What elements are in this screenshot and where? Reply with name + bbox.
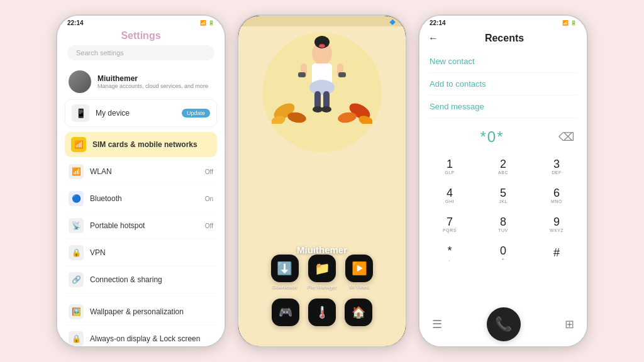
keypad: 1 GLP 2 ABC 3 DEF	[419, 151, 587, 304]
wallpaper-label: Wallpaper & personalization	[90, 307, 213, 316]
svg-rect-8	[298, 72, 306, 77]
sim-label: SIM cards & mobile networks	[92, 140, 197, 149]
search-bar[interactable]: Search settings	[67, 45, 214, 60]
wallpaper-row[interactable]: 🖼️ Wallpaper & personalization	[65, 299, 217, 326]
keypad-row-3: 7 PQRS 8 TUV 9 WXYZ	[430, 211, 577, 238]
key-hash[interactable]: #	[536, 240, 577, 266]
weather-icon: 🌡️	[308, 299, 336, 326]
bluetooth-value: On	[205, 195, 213, 202]
bluetooth-row[interactable]: 🔵 Bluetooth On	[65, 185, 217, 212]
recents-header: ← Recents	[419, 28, 587, 48]
phones-container: 22:14 📶 🔋 Settings Search settings Miuit…	[43, 2, 601, 360]
delete-icon[interactable]: ⌫	[558, 130, 574, 144]
key-7[interactable]: 7 PQRS	[430, 211, 470, 238]
keypad-bottom: ☰ 📞 ⊞	[419, 304, 587, 346]
sim-row[interactable]: 📶 SIM cards & mobile networks	[65, 132, 217, 157]
hotspot-value: Off	[205, 222, 213, 229]
aod-label: Always-on display & Lock screen	[90, 334, 213, 343]
phone-home: 🔷	[237, 14, 407, 348]
recents-actions: New contact Add to contacts Send message	[419, 48, 587, 121]
key-8[interactable]: 8 TUV	[483, 211, 523, 238]
app-item-weather[interactable]: 🌡️	[308, 299, 336, 326]
new-contact-action[interactable]: New contact	[430, 50, 577, 73]
settings-screen: Settings Search settings Miuithemer Mana…	[57, 28, 225, 346]
downloads-icon: ⬇️	[271, 255, 299, 282]
home-status-bar: 🔷	[238, 16, 406, 26]
avatar	[69, 70, 91, 93]
wallpaper-icon: 🖼️	[69, 304, 84, 319]
key-6[interactable]: 6 MNO	[536, 182, 577, 209]
svg-point-2	[318, 36, 326, 45]
downloads-label: Downloads	[272, 284, 297, 290]
device-label: My device	[96, 109, 175, 118]
key-4[interactable]: 4 GHI	[430, 182, 470, 209]
vpn-row[interactable]: 🔒 VPN	[65, 239, 217, 266]
character-area	[297, 36, 347, 118]
add-contact-action[interactable]: Add to contacts	[430, 73, 577, 96]
device-icon: 📱	[72, 104, 89, 122]
home-screen: Miuithemer ⬇️ Downloads 📁 File Manager ▶…	[238, 26, 406, 346]
account-row[interactable]: Miuithemer Manage accounts, cloud servic…	[65, 65, 217, 98]
wlan-icon: 📶	[69, 164, 84, 179]
key-2[interactable]: 2 ABC	[483, 153, 523, 180]
status-icons-1: 📶 🔋	[200, 20, 214, 26]
hotspot-label: Portable hotspot	[90, 221, 199, 230]
key-3[interactable]: 3 DEF	[536, 153, 577, 180]
leaves-right	[322, 86, 372, 124]
app-item-downloads[interactable]: ⬇️ Downloads	[271, 255, 299, 290]
video-label: Mi Video	[350, 284, 369, 290]
key-5[interactable]: 5 JKL	[483, 182, 523, 209]
signal-icon: 📶	[200, 20, 206, 26]
video-icon: ▶️	[345, 255, 373, 282]
connection-row[interactable]: 🔗 Connection & sharing	[65, 266, 217, 293]
keypad-toggle-icon[interactable]: ⊞	[565, 317, 574, 331]
status-bar-1: 22:14 📶 🔋	[57, 16, 225, 28]
vpn-icon: 🔒	[69, 245, 84, 260]
back-button[interactable]: ←	[428, 33, 438, 44]
hotspot-row[interactable]: 📡 Portable hotspot Off	[65, 212, 217, 239]
keypad-row-4: * , 0 + #	[430, 240, 577, 266]
aod-row[interactable]: 🔒 Always-on display & Lock screen	[65, 326, 217, 346]
phone-settings: 22:14 📶 🔋 Settings Search settings Miuit…	[56, 14, 226, 348]
key-0[interactable]: 0 +	[483, 240, 523, 266]
battery-icon-3: 🔋	[570, 20, 577, 26]
phone-recents: 22:14 📶 🔋 ← Recents New contact Add to c…	[418, 14, 588, 348]
svg-point-3	[319, 44, 325, 48]
account-name: Miuithemer	[97, 74, 213, 83]
app-item-home[interactable]: 🏠	[345, 299, 372, 326]
keypad-row-2: 4 GHI 5 JKL 6 MNO	[430, 182, 577, 209]
key-star[interactable]: * ,	[430, 240, 470, 266]
send-message-action[interactable]: Send message	[430, 96, 577, 118]
time-1: 22:14	[67, 19, 84, 26]
dialer-display: *0* ⌫	[419, 121, 587, 151]
menu-icon[interactable]: ☰	[432, 317, 442, 331]
files-icon: 📁	[308, 255, 336, 282]
svg-rect-9	[338, 72, 346, 77]
vpn-label: VPN	[90, 248, 213, 257]
aod-icon: 🔒	[69, 331, 84, 346]
app-item-files[interactable]: 📁 File Manager	[308, 255, 337, 290]
keypad-row-1: 1 GLP 2 ABC 3 DEF	[430, 153, 577, 180]
key-9[interactable]: 9 WXYZ	[536, 211, 577, 238]
wlan-row[interactable]: 📶 WLAN Off	[65, 158, 217, 185]
recents-title: Recents	[446, 33, 578, 44]
settings-section: Miuithemer Manage accounts, cloud servic…	[57, 65, 225, 346]
update-badge[interactable]: Update	[182, 109, 210, 118]
leaves-left	[272, 86, 322, 124]
game-icon: 🎮	[272, 299, 299, 326]
device-row[interactable]: 📱 My device Update	[65, 99, 217, 127]
connection-label: Connection & sharing	[90, 275, 213, 284]
call-button[interactable]: 📞	[487, 307, 521, 341]
wlan-value: Off	[205, 168, 213, 175]
app-item-game[interactable]: 🎮	[272, 299, 299, 326]
status-bar-3: 22:14 📶 🔋	[419, 16, 587, 28]
home-icon: 🏠	[345, 299, 372, 326]
bluetooth-icon: 🔵	[69, 191, 84, 206]
settings-title: Settings	[57, 28, 225, 45]
app-icons-row2: 🎮 🌡️ 🏠	[272, 299, 372, 326]
app-item-video[interactable]: ▶️ Mi Video	[345, 255, 373, 290]
hotspot-icon: 📡	[69, 218, 84, 233]
home-app-name: Miuithemer	[297, 244, 347, 255]
key-1[interactable]: 1 GLP	[430, 153, 470, 180]
time-3: 22:14	[430, 19, 446, 26]
